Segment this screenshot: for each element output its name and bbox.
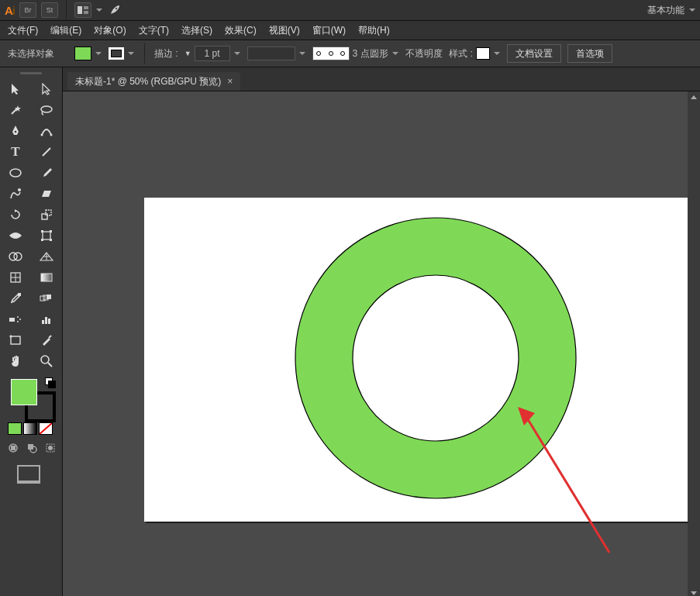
stroke-weight-decrement[interactable]: ▼ [184, 50, 191, 57]
svg-rect-27 [18, 293, 21, 296]
fill-color-box[interactable] [11, 379, 37, 405]
menu-edit[interactable]: 编辑(E) [50, 24, 81, 37]
variable-width-profile[interactable] [247, 47, 295, 60]
vertical-scrollbar[interactable] [688, 91, 700, 596]
stroke-weight-field[interactable]: 1 pt [195, 46, 230, 61]
canvas[interactable] [63, 91, 700, 596]
eraser-tool[interactable] [31, 183, 62, 204]
svg-point-19 [9, 253, 17, 260]
brush-dropdown[interactable] [391, 52, 399, 55]
draw-normal-icon[interactable] [8, 443, 19, 456]
paintbrush-tool[interactable] [31, 162, 62, 183]
document-tab-title: 未标题-1* @ 50% (RGB/GPU 预览) [75, 75, 221, 88]
scroll-down-icon[interactable] [688, 587, 700, 596]
mesh-tool[interactable] [0, 267, 31, 288]
pen-tool[interactable] [0, 120, 31, 141]
style-swatch[interactable] [476, 47, 490, 60]
bridge-icon[interactable]: Br [19, 2, 36, 18]
svg-rect-17 [41, 239, 43, 241]
svg-point-20 [14, 253, 22, 260]
workspace-switcher[interactable]: 基本功能 [647, 4, 684, 17]
scroll-up-icon[interactable] [688, 91, 700, 102]
width-profile-dropdown[interactable] [298, 52, 306, 55]
svg-point-41 [41, 356, 49, 363]
svg-rect-38 [11, 336, 20, 344]
stroke-label: 描边 : [154, 47, 178, 60]
menu-help[interactable]: 帮助(H) [358, 24, 390, 37]
symbol-sprayer-tool[interactable] [0, 308, 31, 329]
opacity-label[interactable]: 不透明度 [405, 47, 443, 60]
gpu-rocket-icon[interactable] [107, 3, 122, 17]
default-fill-stroke-icon[interactable] [45, 377, 56, 388]
zoom-tool[interactable] [31, 350, 62, 371]
svg-rect-12 [42, 214, 47, 219]
type-tool[interactable]: T [0, 141, 31, 162]
menu-view[interactable]: 视图(V) [269, 24, 300, 37]
fill-swatch[interactable] [74, 47, 91, 60]
brush-preview[interactable] [312, 47, 350, 60]
svg-marker-51 [518, 407, 535, 425]
artboard-tool[interactable] [0, 329, 31, 350]
menu-bar: 文件(F) 编辑(E) 对象(O) 文字(T) 选择(S) 效果(C) 视图(V… [0, 20, 700, 40]
menu-select[interactable]: 选择(S) [181, 24, 212, 37]
workspace-dropdown-caret[interactable] [689, 9, 695, 12]
control-bar: 未选择对象 描边 : ▼ 1 pt 3 点圆形 不透明度 样式 : 文档设置 首… [0, 40, 700, 67]
menu-window[interactable]: 窗口(W) [312, 24, 346, 37]
rotate-tool[interactable] [0, 204, 31, 225]
color-mode-none[interactable] [39, 422, 53, 435]
draw-behind-icon[interactable] [26, 443, 37, 456]
document-setup-button[interactable]: 文档设置 [507, 44, 561, 63]
ellipse-tool[interactable] [0, 162, 31, 183]
menu-type[interactable]: 文字(T) [139, 24, 169, 37]
close-tab-icon[interactable]: × [227, 76, 233, 87]
menu-file[interactable]: 文件(F) [8, 24, 38, 37]
blend-tool[interactable] [31, 288, 62, 308]
toolbox-handle[interactable] [0, 67, 62, 78]
screen-mode-icon[interactable] [17, 465, 40, 484]
svg-rect-31 [9, 318, 15, 322]
curvature-tool[interactable] [31, 120, 62, 141]
color-mode-gradient[interactable] [23, 422, 37, 435]
fill-dropdown[interactable] [95, 52, 102, 55]
width-tool[interactable] [0, 225, 31, 246]
scroll-track[interactable] [688, 102, 700, 587]
stroke-weight-dropdown[interactable] [233, 52, 241, 55]
stroke-swatch[interactable] [109, 47, 124, 60]
line-segment-tool[interactable] [31, 141, 62, 162]
scale-tool[interactable] [31, 204, 62, 225]
style-dropdown[interactable] [493, 52, 501, 55]
fill-stroke-indicator[interactable] [0, 376, 62, 419]
svg-rect-1 [84, 6, 88, 9]
document-tab-strip: 未标题-1* @ 50% (RGB/GPU 预览) × [63, 67, 700, 91]
draw-inside-icon[interactable] [45, 443, 56, 456]
svg-point-49 [48, 446, 53, 450]
svg-rect-23 [11, 273, 20, 282]
svg-point-3 [116, 8, 118, 10]
perspective-grid-tool[interactable] [31, 246, 62, 267]
color-mode-solid[interactable] [8, 422, 22, 435]
arrange-icon[interactable] [74, 2, 91, 18]
document-tab[interactable]: 未标题-1* @ 50% (RGB/GPU 预览) × [67, 72, 240, 91]
preferences-button[interactable]: 首选项 [567, 44, 612, 63]
svg-rect-13 [46, 210, 51, 215]
magic-wand-tool[interactable] [0, 99, 31, 120]
draw-mode-row [0, 438, 62, 460]
shape-builder-tool[interactable] [0, 246, 31, 267]
lasso-tool[interactable] [31, 99, 62, 120]
stock-icon[interactable]: St [41, 2, 58, 18]
column-graph-tool[interactable] [31, 308, 62, 329]
slice-tool[interactable] [31, 329, 62, 350]
arrange-dropdown-caret[interactable] [96, 9, 102, 12]
menu-object[interactable]: 对象(O) [94, 24, 126, 37]
hand-tool[interactable] [0, 350, 31, 371]
direct-selection-tool[interactable] [31, 78, 62, 99]
gradient-tool[interactable] [31, 267, 62, 288]
shaper-tool[interactable] [0, 183, 31, 204]
free-transform-tool[interactable] [31, 225, 62, 246]
svg-rect-30 [47, 295, 51, 299]
stroke-dropdown[interactable] [127, 52, 135, 55]
svg-rect-29 [43, 295, 48, 300]
selection-tool[interactable] [0, 78, 31, 99]
menu-effect[interactable]: 效果(C) [225, 24, 257, 37]
eyedropper-tool[interactable] [0, 288, 31, 308]
